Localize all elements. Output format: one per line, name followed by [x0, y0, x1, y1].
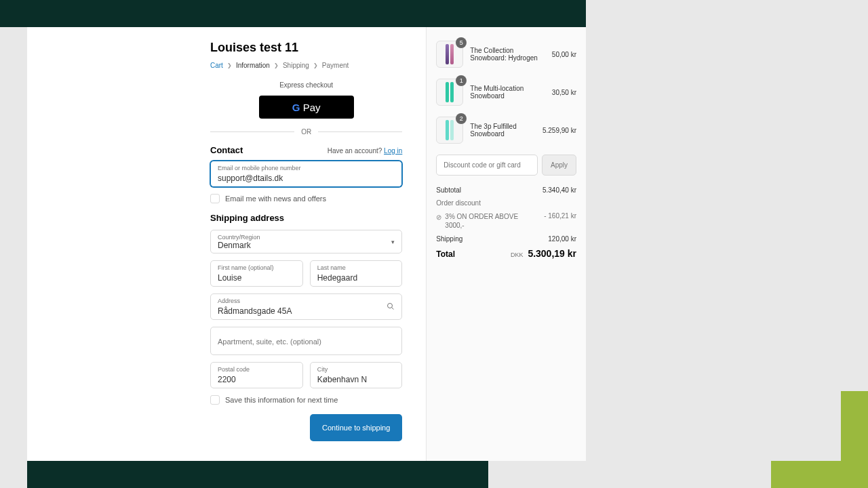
chevron-right-icon: ❯ — [313, 62, 318, 68]
order-summary-column: 5 The Collection Snowboard: Hydrogen 50,… — [426, 27, 586, 461]
first-name-field[interactable]: First name (optional) — [210, 260, 303, 287]
apply-discount-button[interactable]: Apply — [542, 155, 576, 176]
express-checkout-label: Express checkout — [210, 81, 402, 89]
cart-item: 2 The 3p Fulfilled Snowboard 5.259,90 kr — [436, 117, 576, 144]
last-name-label: Last name — [317, 264, 395, 271]
subtotal-value: 5.340,40 kr — [542, 186, 576, 194]
order-discount-label: Order discount — [436, 199, 481, 207]
cart-item-price: 30,50 kr — [552, 89, 576, 96]
tag-icon: ⊘ — [436, 213, 441, 222]
shipping-value: 120,00 kr — [548, 235, 576, 243]
svg-point-0 — [388, 303, 393, 308]
last-name-field[interactable]: Last name — [310, 260, 403, 287]
product-thumbnail: 5 — [436, 41, 463, 68]
breadcrumb: Cart ❯ Information ❯ Shipping ❯ Payment — [210, 62, 402, 69]
log-in-link[interactable]: Log in — [384, 147, 402, 155]
cart-item-price: 5.259,90 kr — [542, 127, 576, 134]
cart-item: 5 The Collection Snowboard: Hydrogen 50,… — [436, 41, 576, 68]
product-thumbnail: 1 — [436, 79, 463, 106]
discount-code-input[interactable] — [436, 155, 538, 176]
checkout-form-column: Louises test 11 Cart ❯ Information ❯ Shi… — [27, 27, 426, 461]
news-offers-checkbox[interactable] — [210, 194, 220, 203]
outer-bottom-bar — [27, 461, 488, 488]
qty-badge: 1 — [456, 75, 467, 86]
address-field[interactable]: Address — [210, 293, 402, 320]
chevron-right-icon: ❯ — [227, 62, 232, 68]
or-divider: OR — [210, 128, 402, 136]
discount-value: - 160,21 kr — [544, 212, 576, 230]
qty-badge: 2 — [456, 113, 467, 124]
have-account-prompt: Have an account? Log in — [328, 147, 403, 155]
postal-input[interactable] — [218, 375, 296, 384]
apartment-input[interactable] — [218, 338, 395, 346]
contact-section-title: Contact — [210, 145, 243, 155]
address-input[interactable] — [218, 306, 395, 316]
last-name-input[interactable] — [317, 273, 395, 283]
store-title: Louises test 11 — [210, 41, 402, 55]
country-value: Denmark — [218, 241, 395, 250]
google-pay-button[interactable]: G Pay — [259, 96, 354, 119]
cart-item-price: 50,00 kr — [552, 51, 576, 58]
shipping-address-title: Shipping address — [210, 213, 402, 223]
breadcrumb-information: Information — [236, 62, 270, 69]
product-thumbnail: 2 — [436, 117, 463, 144]
email-field[interactable]: Email or mobile phone number — [210, 161, 402, 187]
breadcrumb-cart[interactable]: Cart — [210, 62, 223, 69]
cart-item-name: The 3p Fulfilled Snowboard — [470, 123, 536, 138]
breadcrumb-payment: Payment — [322, 62, 349, 69]
decor-green-block — [771, 461, 868, 488]
city-input[interactable] — [317, 375, 395, 384]
save-info-label: Save this information for next time — [225, 396, 338, 404]
continue-to-shipping-button[interactable]: Continue to shipping — [310, 414, 402, 441]
email-input[interactable] — [218, 174, 395, 183]
chevron-down-icon: ▾ — [391, 239, 395, 245]
postal-label: Postal code — [218, 366, 296, 373]
news-offers-label: Email me with news and offers — [225, 195, 326, 203]
country-label: Country/Region — [218, 234, 395, 241]
shipping-label: Shipping — [436, 235, 462, 243]
chevron-right-icon: ❯ — [274, 62, 279, 68]
checkout-frame: Louises test 11 Cart ❯ Information ❯ Shi… — [27, 27, 586, 461]
total-label: Total — [436, 249, 455, 259]
city-field[interactable]: City — [310, 362, 403, 388]
outer-top-bar — [0, 0, 586, 27]
save-info-checkbox[interactable] — [210, 395, 220, 405]
discount-name: 3% ON ORDER ABOVE 3000,- — [445, 212, 524, 230]
decor-green-block-2 — [841, 391, 868, 461]
email-label: Email or mobile phone number — [218, 165, 395, 171]
total-value: 5.300,19 kr — [528, 248, 576, 259]
country-select[interactable]: Country/Region Denmark ▾ — [210, 230, 402, 253]
cart-item: 1 The Multi-location Snowboard 30,50 kr — [436, 79, 576, 106]
city-label: City — [317, 366, 395, 373]
apartment-field[interactable] — [210, 327, 402, 355]
breadcrumb-shipping: Shipping — [283, 62, 309, 69]
postal-code-field[interactable]: Postal code — [210, 362, 303, 388]
subtotal-label: Subtotal — [436, 186, 461, 194]
search-icon — [387, 301, 395, 313]
cart-item-name: The Collection Snowboard: Hydrogen — [470, 47, 545, 62]
total-currency: DKK — [511, 251, 524, 258]
first-name-input[interactable] — [218, 273, 296, 283]
cart-item-name: The Multi-location Snowboard — [470, 85, 545, 100]
qty-badge: 5 — [456, 37, 467, 48]
address-label: Address — [218, 298, 395, 304]
svg-line-1 — [392, 307, 394, 309]
first-name-label: First name (optional) — [218, 264, 296, 271]
